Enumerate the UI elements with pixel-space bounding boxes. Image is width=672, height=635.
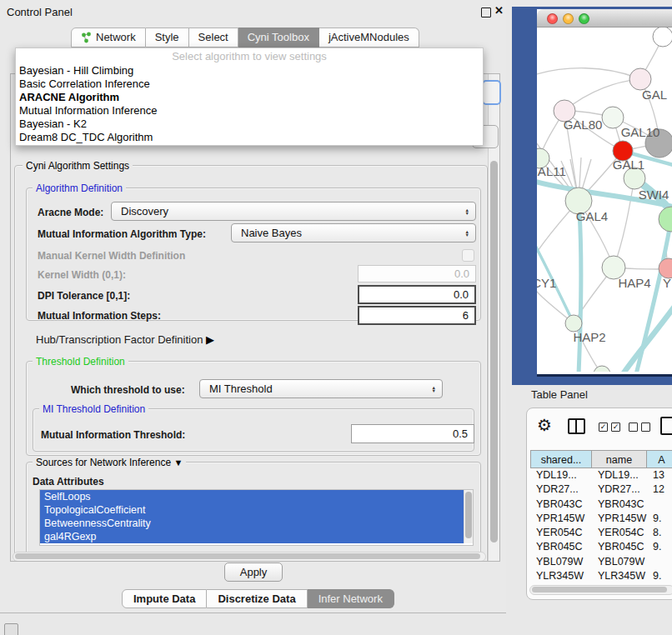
network-node[interactable] [653,28,672,47]
minimize-window-icon[interactable] [563,13,574,24]
node-label: Y [663,276,671,290]
data-attributes-list[interactable]: SelfLoopsTopologicalCoefficientBetweenne… [39,489,474,546]
table-cell [647,498,672,512]
spinner-arrows-icon: ▲▼ [465,208,469,215]
node-label: GAL4 [576,209,608,223]
manual-kernel-checkbox[interactable] [462,249,474,262]
desktop-area: GALGAL80GAL10GAL1GAL11SWI4GAL4GCY1HAP4YH… [506,0,672,635]
network-canvas[interactable]: GALGAL80GAL10GAL1GAL11SWI4GAL4GCY1HAP4YH… [537,28,672,372]
tab-style[interactable]: Style [146,28,189,48]
table-cell: YLR345W [530,569,592,583]
mi-threshold-field[interactable]: 0.5 [351,424,474,443]
dpi-tolerance-label: DPI Tolerance [0,1]: [38,290,130,302]
attribute-list-item[interactable]: gal4RGexp [40,530,473,543]
table-cell: 8. [647,526,672,540]
threshold-definition-title: Threshold Definition [33,356,128,368]
node-label: HAP4 [618,276,650,290]
table-panel-window: ⚙ ✓✓ shared...nameA YDL19...YDL19...13YD… [526,408,672,600]
table-row[interactable]: YLR345WYLR345W9. [530,569,672,583]
network-node[interactable] [659,207,672,232]
mi-steps-field[interactable]: 6 [358,306,476,325]
close-window-icon[interactable] [547,13,558,24]
table-row[interactable]: YBR045CYBR045C9. [530,540,672,554]
table-row[interactable]: YER054CYER054C8. [530,526,672,540]
float-panel-icon[interactable] [481,8,491,18]
tab-network[interactable]: Network [71,28,146,48]
table-cell: YDL19... [530,468,592,482]
table-row[interactable]: YDR27...YDR27...12 [530,482,672,497]
column-header-name[interactable]: name [592,450,647,468]
tab-cyni-toolbox[interactable]: Cyni Toolbox [238,28,319,48]
tab-jactivemnodules[interactable]: jActiveMNodules [319,28,419,48]
close-panel-icon[interactable]: ✕ [494,4,504,17]
mi-type-value: Naive Bayes [241,227,302,239]
table-settings-gear-icon[interactable]: ⚙ [537,415,552,435]
dropdown-item[interactable]: Mutual Information Inference [16,104,483,118]
table-cell: YPR145W [592,512,647,526]
table-cell: YPR145W [530,512,592,526]
collapse-down-icon[interactable]: ▼ [173,458,183,468]
node-label: GAL80 [564,118,603,132]
dropdown-item[interactable]: Bayesian - K2 [16,118,483,131]
bottom-tab-discretize-data[interactable]: Discretize Data [207,589,307,608]
bottom-tab-infer-network[interactable]: Infer Network [308,589,394,608]
table-cell: YBL079W [592,555,647,569]
attribute-list-scrollbar[interactable] [464,490,473,543]
dropdown-item[interactable]: Basic Correlation Inference [16,78,483,91]
table-cell: 9. [647,512,672,526]
dock-panel-icon[interactable] [4,623,18,635]
dropdown-item[interactable]: ARACNE Algorithm [16,91,483,104]
bottom-tabbar: Impute DataDiscretize DataInfer Network [122,589,394,608]
mi-type-select[interactable]: Naive Bayes ▲▼ [231,223,476,242]
zoom-window-icon[interactable] [579,13,589,24]
algorithm-dropdown-placeholder: Select algorithm to view settings [16,48,483,64]
apply-button[interactable]: Apply [224,562,283,582]
table-row[interactable]: YDL19...YDL19...13 [530,468,672,482]
attribute-list-item[interactable]: SelfLoops [40,490,473,503]
table-row[interactable]: YBL079WYBL079W [530,555,672,569]
dpi-tolerance-field[interactable]: 0.0 [358,285,476,304]
table-row[interactable]: YBR043CYBR043C [530,498,672,512]
dropdown-item[interactable]: Dream8 DC_TDC Algorithm [16,131,483,144]
table-row[interactable]: YPR145WYPR145W9. [530,512,672,526]
cyni-settings-group-title: Cyni Algorithm Settings [23,160,133,172]
network-frame: GALGAL80GAL10GAL1GAL11SWI4GAL4GCY1HAP4YH… [512,7,672,385]
algorithm-dropdown-items: Bayesian - Hill ClimbingBasic Correlatio… [16,64,483,144]
bottom-tab-impute-data[interactable]: Impute Data [122,589,207,608]
table-cell: YBR045C [530,540,592,554]
node-label: GAL10 [621,125,660,139]
deselect-all-icon[interactable] [629,422,650,432]
control-panel-titlebar: Control Panel ✕ [0,0,506,23]
network-node[interactable] [594,366,610,372]
network-window-titlebar [537,9,672,28]
aracne-mode-select[interactable]: Discovery ▲▼ [111,202,476,221]
settings-horizontal-scrollbar[interactable] [13,552,486,562]
network-graph: GALGAL80GAL10GAL1GAL11SWI4GAL4GCY1HAP4YH… [537,28,672,372]
which-threshold-select[interactable]: MI Threshold ▲▼ [199,379,443,398]
which-threshold-label: Which threshold to use: [71,384,185,396]
aracne-mode-value: Discovery [121,205,168,218]
column-header-shared[interactable]: shared... [530,450,592,468]
attribute-list-item[interactable]: TopologicalCoefficient [40,503,473,517]
network-node-hap2[interactable] [565,315,582,332]
node-label: SWI4 [639,188,669,202]
column-header-a[interactable]: A [647,450,672,468]
tab-select[interactable]: Select [189,28,238,48]
new-document-icon[interactable] [660,417,672,435]
table-horizontal-scrollbar[interactable] [529,585,672,595]
table-cell: YLR345W [592,569,647,583]
node-label: GCY1 [537,276,556,290]
kernel-width-field[interactable]: 0.0 [358,265,476,282]
control-panel-title: Control Panel [7,6,73,18]
show-columns-icon[interactable] [568,418,585,434]
attribute-list-item[interactable]: BetweennessCentrality [40,517,473,530]
hub-definition-label[interactable]: Hub/Transcription Factor Definition ▶ [36,333,214,346]
select-all-icon[interactable]: ✓✓ [599,422,620,432]
expand-right-icon[interactable]: ▶ [206,333,214,346]
hidden-combo-fragment [482,80,501,105]
network-view-window[interactable]: GALGAL80GAL10GAL1GAL11SWI4GAL4GCY1HAP4YH… [537,9,672,377]
table-cell: 9. [647,540,672,554]
table-cell: YDR27... [530,482,592,497]
sources-group-title[interactable]: Sources for Network Inference ▼ [33,457,186,468]
dropdown-item[interactable]: Bayesian - Hill Climbing [16,64,483,78]
